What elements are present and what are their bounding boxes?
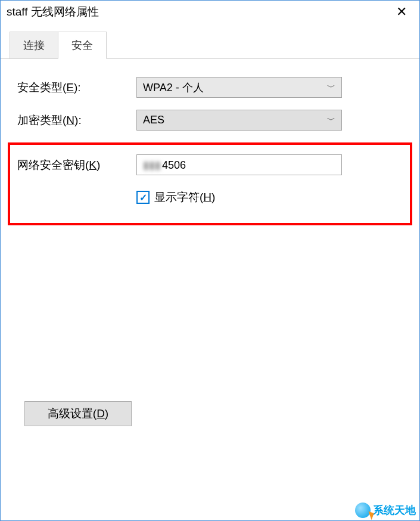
show-characters-label: 显示字符(H) [154, 190, 215, 205]
key-visible-part: 4506 [162, 159, 186, 171]
security-type-row: 安全类型(E): WPA2 - 个人 ﹀ [17, 77, 403, 98]
chevron-down-icon: ﹀ [327, 115, 335, 126]
watermark: 系统天地 [355, 503, 416, 518]
watermark-text: 系统天地 [373, 503, 416, 517]
network-key-input[interactable]: ▮▮▮4506 [136, 154, 342, 175]
encryption-type-select[interactable]: AES ﹀ [136, 110, 342, 131]
window-frame: staff 无线网络属性 ✕ 连接 安全 安全类型(E): WPA2 - 个人 … [0, 0, 420, 521]
encryption-type-label: 加密类型(N): [17, 113, 136, 128]
window-title: staff 无线网络属性 [7, 4, 99, 20]
advanced-settings-button[interactable]: 高级设置(D) [24, 401, 132, 426]
security-type-label: 安全类型(E): [17, 80, 136, 95]
network-key-row: 网络安全密钥(K) ▮▮▮4506 [17, 154, 403, 175]
security-type-select[interactable]: WPA2 - 个人 ﹀ [136, 77, 342, 98]
check-icon: ✓ [139, 192, 147, 203]
arrow-icon [366, 511, 374, 520]
show-characters-checkbox[interactable]: ✓ [136, 191, 150, 204]
title-bar: staff 无线网络属性 ✕ [1, 1, 419, 26]
close-icon[interactable]: ✕ [390, 2, 413, 21]
security-panel: 安全类型(E): WPA2 - 个人 ﹀ 加密类型(N): AES ﹀ [1, 58, 419, 243]
globe-icon [355, 503, 371, 518]
encryption-type-value: AES [143, 114, 327, 126]
network-key-label: 网络安全密钥(K) [17, 157, 136, 173]
show-characters-row: ✓ 显示字符(H) [136, 190, 403, 205]
chevron-down-icon: ﹀ [327, 82, 335, 93]
security-type-value: WPA2 - 个人 [143, 80, 327, 95]
tab-strip: 连接 安全 [10, 32, 419, 59]
tab-security[interactable]: 安全 [58, 32, 107, 59]
tab-connection[interactable]: 连接 [10, 32, 58, 59]
encryption-type-row: 加密类型(N): AES ﹀ [17, 110, 403, 131]
highlight-annotation: 网络安全密钥(K) ▮▮▮4506 ✓ 显示字符(H) [8, 142, 412, 225]
key-masked-part: ▮▮▮ [143, 159, 161, 171]
